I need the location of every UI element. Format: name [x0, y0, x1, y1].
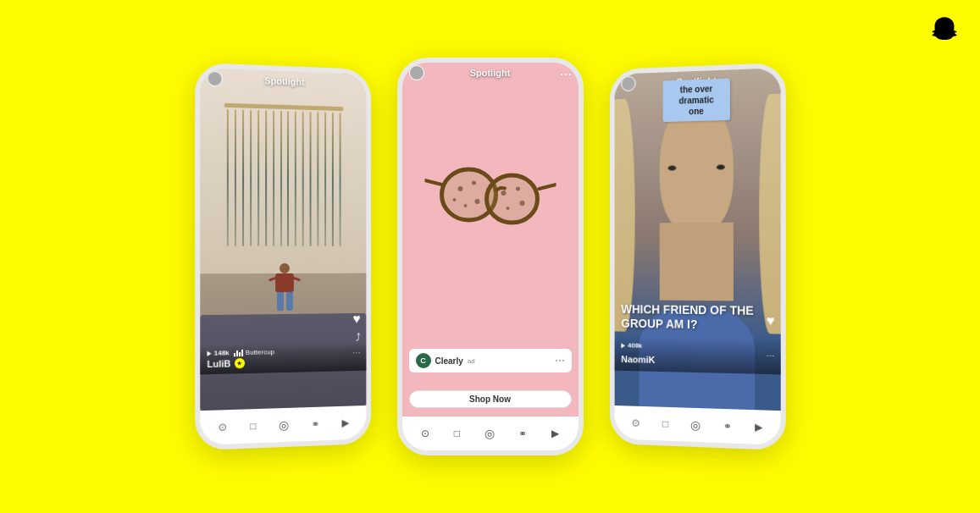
phone-right: Spotlight the over dramatic one WHICH FR…	[609, 63, 785, 450]
which-friend-text: WHICH FRIEND OF THE GROUP AM I?	[621, 303, 773, 334]
avatar-1	[207, 71, 222, 87]
nav-camera-icon-3[interactable]: ◎	[690, 418, 700, 432]
svg-line-1	[539, 185, 556, 189]
nav-play-icon-1[interactable]: ▶	[341, 416, 349, 428]
advertiser-name: Clearly	[435, 356, 463, 366]
svg-point-3	[486, 175, 537, 223]
view-count-1: 148k	[213, 349, 229, 356]
spotlight-header-2: Spotlight	[402, 68, 579, 78]
nav-play-icon-2[interactable]: ▶	[551, 428, 559, 439]
nav-map-icon-2[interactable]: ⊙	[421, 428, 429, 439]
svg-point-5	[472, 180, 476, 185]
video-info-1: 148k Buttercup LuliB	[200, 341, 366, 374]
heart-icon-1[interactable]: ♥	[352, 312, 360, 327]
phone1-content: Spotlight ♥ ⤴ ⋯ 148k	[200, 68, 366, 411]
nav-play-icon-3[interactable]: ▶	[754, 421, 761, 433]
svg-point-9	[501, 190, 506, 196]
ad-label: ad	[468, 357, 475, 365]
avatar-2	[409, 65, 424, 80]
star-icon-1	[236, 361, 241, 366]
phone-nav-3: ⊙ □ ◎ ⚭ ▶	[614, 405, 780, 445]
nav-chat-icon-3[interactable]: □	[662, 418, 667, 430]
nav-map-icon-1[interactable]: ⊙	[219, 421, 227, 433]
sticky-note: the over dramatic one	[662, 79, 729, 123]
spotlight-label-2: Spotlight	[470, 68, 511, 78]
svg-point-10	[516, 186, 520, 190]
more-dots-ad[interactable]: ⋯	[555, 355, 565, 367]
nav-camera-icon-2[interactable]: ◎	[484, 427, 495, 440]
username-3[interactable]: NaomiK	[621, 354, 655, 365]
nav-friends-icon-2[interactable]: ⚭	[518, 428, 527, 439]
svg-point-11	[506, 207, 509, 210]
skin-body	[660, 223, 733, 301]
spotlight-label-1: Spotlight	[264, 75, 304, 87]
nav-map-icon-3[interactable]: ⊙	[632, 416, 640, 428]
more-dots-3[interactable]: ⋯	[766, 351, 774, 361]
nav-friends-icon-1[interactable]: ⚭	[311, 418, 319, 430]
view-count-3: 408k	[627, 342, 641, 350]
nav-chat-icon-2[interactable]: □	[454, 428, 460, 439]
nav-chat-icon-1[interactable]: □	[250, 420, 256, 432]
phones-container: Spotlight ♥ ⤴ ⋯ 148k	[196, 58, 785, 455]
avatar-3	[621, 76, 635, 91]
phone2-content: Spotlight ⋯	[402, 63, 579, 416]
advertiser-logo: C	[416, 353, 431, 368]
phone-left: Spotlight ♥ ⤴ ⋯ 148k	[195, 63, 371, 450]
phone-nav-2: ⊙ □ ◎ ⚭ ▶	[402, 416, 579, 450]
snapchat-logo	[929, 15, 960, 46]
svg-point-6	[452, 198, 456, 201]
svg-point-4	[457, 186, 462, 191]
hair-braid-left	[614, 98, 634, 331]
phone-center: Spotlight ⋯	[397, 58, 584, 455]
macrame-artwork	[224, 103, 343, 247]
phone-nav-1: ⊙ □ ◎ ⚭ ▶	[200, 405, 366, 445]
svg-point-7	[474, 199, 479, 204]
nav-friends-icon-3[interactable]: ⚭	[723, 420, 731, 432]
video-info-3: 408k NaomiK	[614, 336, 780, 374]
nav-camera-icon-1[interactable]: ◎	[279, 418, 289, 432]
phone-screen-1: Spotlight ♥ ⤴ ⋯ 148k	[200, 68, 366, 445]
shop-now-button[interactable]: Shop Now	[409, 390, 572, 408]
ghost-icon	[932, 17, 956, 40]
advertiser-info: C Clearly ad	[416, 353, 475, 368]
hair-braid-right	[759, 94, 781, 334]
phone3-content: Spotlight the over dramatic one WHICH FR…	[614, 68, 780, 411]
ad-bar: C Clearly ad ⋯	[409, 349, 572, 372]
username-1[interactable]: LuliB	[207, 358, 230, 369]
phone-screen-2: Spotlight ⋯	[402, 63, 579, 450]
person	[272, 263, 297, 314]
phone-screen-3: Spotlight the over dramatic one WHICH FR…	[614, 68, 780, 445]
music-label-1: Buttercup	[245, 348, 274, 356]
heart-icon-3[interactable]: ♥	[766, 313, 774, 328]
svg-line-0	[424, 180, 441, 185]
svg-point-8	[463, 204, 467, 207]
svg-point-12	[519, 201, 524, 206]
glasses-display	[424, 159, 556, 235]
